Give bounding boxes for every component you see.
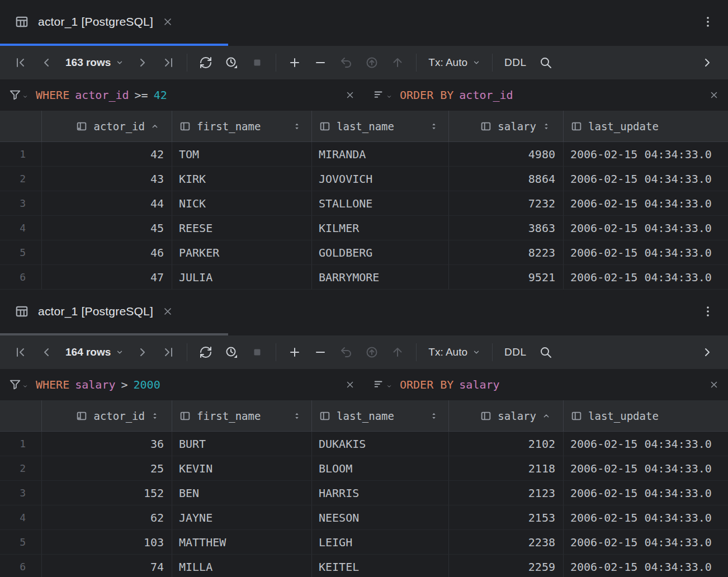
cell-salary[interactable]: 9521 (449, 265, 564, 290)
last-page-button[interactable] (155, 346, 181, 359)
row-number[interactable]: 1 (0, 432, 42, 456)
cell-last-update[interactable]: 2006-02-15 04:34:33.0 (564, 555, 728, 577)
cell-actor-id[interactable]: 36 (42, 432, 172, 456)
row-number[interactable]: 5 (0, 530, 42, 555)
transaction-mode-selector[interactable]: Tx: Auto (422, 56, 486, 69)
column-header-actor-id[interactable]: actor_id (42, 111, 172, 142)
where-clause-input[interactable]: WHERE salary > 2000 (36, 378, 160, 391)
cell-salary[interactable]: 2102 (449, 432, 564, 456)
cell-last-update[interactable]: 2006-02-15 04:34:33.0 (564, 167, 728, 191)
tab-close-icon[interactable] (162, 16, 173, 27)
cell-actor-id[interactable]: 47 (42, 265, 172, 290)
cell-last-name[interactable]: BARRYMORE (312, 265, 449, 290)
cell-last-update[interactable]: 2006-02-15 04:34:33.0 (564, 481, 728, 505)
clear-where-icon[interactable] (345, 90, 355, 100)
where-filter-section[interactable]: WHERE actor_id >= 42 (0, 79, 364, 111)
search-button[interactable] (533, 346, 559, 359)
cell-first-name[interactable]: PARKER (172, 240, 312, 265)
row-number[interactable]: 3 (0, 191, 42, 216)
column-header-first-name[interactable]: first_name (172, 400, 312, 432)
column-header-last-update[interactable]: last_update (564, 400, 728, 432)
cell-last-update[interactable]: 2006-02-15 04:34:33.0 (564, 432, 728, 456)
cell-salary[interactable]: 2153 (449, 505, 564, 530)
cell-first-name[interactable]: MILLA (172, 555, 312, 577)
tab-actor-1[interactable]: actor_1 [PostgreSQL] (0, 0, 228, 46)
row-number[interactable]: 5 (0, 240, 42, 265)
cell-last-update[interactable]: 2006-02-15 04:34:33.0 (564, 456, 728, 481)
cell-salary[interactable]: 4980 (449, 142, 564, 167)
cell-actor-id[interactable]: 74 (42, 555, 172, 577)
cell-last-name[interactable]: LEIGH (312, 530, 449, 555)
order-by-icon[interactable] (373, 379, 392, 391)
previous-page-button[interactable] (34, 56, 59, 69)
add-row-button[interactable] (282, 346, 308, 359)
cell-last-update[interactable]: 2006-02-15 04:34:33.0 (564, 530, 728, 555)
schedule-refresh-button[interactable] (219, 56, 244, 69)
submit-button[interactable] (385, 56, 410, 69)
cell-actor-id[interactable]: 25 (42, 456, 172, 481)
cell-last-name[interactable]: STALLONE (312, 191, 449, 216)
last-page-button[interactable] (155, 56, 181, 69)
cell-last-name[interactable]: JOVOVICH (312, 167, 449, 191)
cell-actor-id[interactable]: 45 (42, 216, 172, 240)
cell-salary[interactable]: 7232 (449, 191, 564, 216)
cell-first-name[interactable]: TOM (172, 142, 312, 167)
cell-actor-id[interactable]: 103 (42, 530, 172, 555)
cell-first-name[interactable]: KEVIN (172, 456, 312, 481)
cell-first-name[interactable]: JULIA (172, 265, 312, 290)
cell-last-name[interactable]: NEESON (312, 505, 449, 530)
column-header-last-name[interactable]: last_name (312, 400, 449, 432)
refresh-button[interactable] (193, 56, 219, 69)
where-filter-section[interactable]: WHERE salary > 2000 (0, 369, 364, 400)
column-header-last-update[interactable]: last_update (564, 111, 728, 142)
cell-last-update[interactable]: 2006-02-15 04:34:33.0 (564, 505, 728, 530)
column-header-last-name[interactable]: last_name (312, 111, 449, 142)
cell-salary[interactable]: 8864 (449, 167, 564, 191)
cell-last-update[interactable]: 2006-02-15 04:34:33.0 (564, 265, 728, 290)
search-button[interactable] (533, 56, 559, 69)
cell-first-name[interactable]: BEN (172, 481, 312, 505)
tab-close-icon[interactable] (162, 306, 173, 317)
column-header-salary[interactable]: salary (449, 111, 564, 142)
filter-funnel-icon[interactable] (9, 89, 28, 101)
cell-salary[interactable]: 2238 (449, 530, 564, 555)
cell-actor-id[interactable]: 152 (42, 481, 172, 505)
schedule-refresh-button[interactable] (219, 346, 244, 359)
row-number[interactable]: 6 (0, 265, 42, 290)
tab-actor-1[interactable]: actor_1 [PostgreSQL] (0, 290, 228, 335)
cell-actor-id[interactable]: 62 (42, 505, 172, 530)
cell-last-update[interactable]: 2006-02-15 04:34:33.0 (564, 240, 728, 265)
cell-last-name[interactable]: HARRIS (312, 481, 449, 505)
cell-first-name[interactable]: BURT (172, 432, 312, 456)
cell-actor-id[interactable]: 42 (42, 142, 172, 167)
cell-actor-id[interactable]: 43 (42, 167, 172, 191)
revert-button[interactable] (359, 346, 385, 359)
next-page-button[interactable] (130, 346, 155, 359)
expand-toolbar-button[interactable] (694, 56, 720, 69)
undo-button[interactable] (333, 56, 359, 69)
cell-last-update[interactable]: 2006-02-15 04:34:33.0 (564, 191, 728, 216)
clear-order-by-icon[interactable] (709, 90, 719, 100)
stop-button[interactable] (244, 56, 270, 69)
previous-page-button[interactable] (34, 346, 59, 359)
expand-toolbar-button[interactable] (694, 346, 720, 359)
delete-row-button[interactable] (308, 346, 333, 359)
cell-first-name[interactable]: MATTHEW (172, 530, 312, 555)
cell-last-update[interactable]: 2006-02-15 04:34:33.0 (564, 142, 728, 167)
row-number[interactable]: 4 (0, 216, 42, 240)
cell-first-name[interactable]: KIRK (172, 167, 312, 191)
order-by-icon[interactable] (373, 89, 392, 101)
ddl-button[interactable]: DDL (498, 346, 533, 358)
cell-last-name[interactable]: MIRANDA (312, 142, 449, 167)
column-header-first-name[interactable]: first_name (172, 111, 312, 142)
order-by-input[interactable]: ORDER BY actor_id (400, 88, 513, 102)
cell-first-name[interactable]: JAYNE (172, 505, 312, 530)
cell-last-update[interactable]: 2006-02-15 04:34:33.0 (564, 216, 728, 240)
row-number[interactable]: 4 (0, 505, 42, 530)
next-page-button[interactable] (130, 56, 155, 69)
cell-salary[interactable]: 8223 (449, 240, 564, 265)
delete-row-button[interactable] (308, 56, 333, 69)
row-number[interactable]: 2 (0, 167, 42, 191)
row-number[interactable]: 2 (0, 456, 42, 481)
filter-funnel-icon[interactable] (9, 379, 28, 391)
